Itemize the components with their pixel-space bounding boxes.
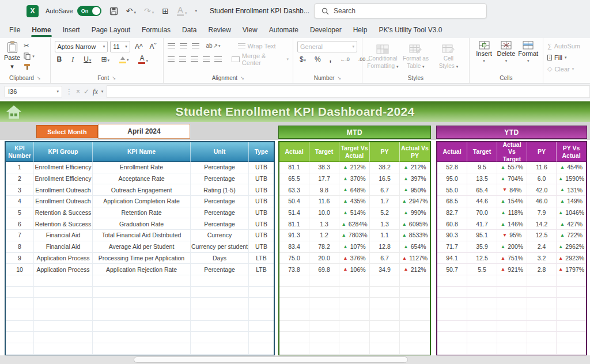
kpi-header-kpi-name[interactable]: KPI Name [93,142,191,162]
save-button[interactable] [109,7,118,16]
fill-color-button[interactable]: ▾ [117,56,131,63]
mtd-header-actual-vs-py[interactable]: Actual Vs PY [400,142,430,162]
ytd-cell-actual-vs-target[interactable]: ▲557% [497,162,527,173]
kpi-cell-kpi-name[interactable]: Graduation Rate [93,218,191,230]
mtd-cell-target-vs-actual[interactable]: ▲6284% [339,218,370,230]
increase-indent-button[interactable] [214,56,221,62]
ytd-cell-actual-vs-target[interactable]: ▲704% [497,173,527,185]
ytd-cell-actual-vs-target[interactable]: ▲146% [497,218,527,230]
kpi-cell-kpi-name[interactable]: Application Rejection Rate [93,264,191,275]
ytd-empty-cell[interactable] [437,275,467,287]
kpi-cell-kpi-name[interactable]: Total Financial Aid Distributed [93,230,191,241]
ytd-cell-actual[interactable]: 71.7 [437,241,467,253]
mtd-empty-cell[interactable] [370,287,400,298]
mtd-cell-target[interactable]: 20.0 [309,253,339,264]
align-right-button[interactable] [191,56,198,62]
mtd-header-actual[interactable]: Actual [279,142,309,162]
ytd-header-target[interactable]: Target [467,142,497,162]
kpi-empty-cell[interactable] [6,343,34,355]
kpi-cell-unit[interactable]: Currency [191,230,249,241]
kpi-cell-type[interactable]: UTB [249,184,274,196]
kpi-cell-kpi-number[interactable]: 10 [6,264,34,275]
mtd-cell-actual-vs-py[interactable]: ▲2947% [400,196,430,207]
mtd-cell-target-vs-actual[interactable]: ▲107% [339,241,370,253]
kpi-cell-kpi-name[interactable]: Outreach Engagement [93,184,191,196]
mtd-empty-cell[interactable] [339,275,370,287]
ytd-cell-actual[interactable]: 50.7 [437,264,467,275]
mtd-cell-target-vs-actual[interactable]: ▲370% [339,173,370,185]
mtd-header-target[interactable]: Target [309,142,339,162]
wrap-text-button[interactable]: Wrap Text [238,41,276,51]
mtd-empty-cell[interactable] [370,309,400,321]
mtd-cell-py[interactable]: 1.1 [370,230,400,241]
ytd-cell-py[interactable]: 42.0 [527,184,557,196]
ytd-cell-py-vs-actual[interactable]: ▲2962% [557,241,586,253]
redo-button[interactable]: ↷ ▾ [144,6,154,16]
align-left-button[interactable] [168,56,175,62]
ytd-empty-cell[interactable] [467,343,497,355]
kpi-cell-unit[interactable]: Percentage [191,173,249,185]
kpi-cell-kpi-name[interactable]: Enrollment Rate [93,162,191,173]
shrink-font-button[interactable]: Aˇ [148,43,159,51]
ytd-cell-actual[interactable]: 94.1 [437,253,467,264]
kpi-cell-kpi-group[interactable]: Enrollment Efficiency [34,162,93,173]
formula-input[interactable] [107,85,590,98]
mtd-header-target-vs-actual[interactable]: Target Vs Actual [339,142,370,162]
ytd-header-py-vs-actual[interactable]: PY Vs Actual [557,142,586,162]
ytd-empty-cell[interactable] [497,332,527,343]
mtd-cell-target[interactable]: 78.2 [309,241,339,253]
ytd-empty-cell[interactable] [437,287,467,298]
mtd-empty-cell[interactable] [370,332,400,343]
font-color-quick-button[interactable]: A ▾ [177,6,187,16]
mtd-cell-py[interactable]: 1.3 [370,218,400,230]
mtd-cell-actual-vs-py[interactable]: ▲6095% [400,218,430,230]
kpi-cell-type[interactable]: UTB [249,196,274,207]
search-input[interactable]: Search [314,3,487,18]
mtd-cell-actual[interactable]: 65.5 [279,173,309,185]
mtd-empty-cell[interactable] [309,343,339,355]
increase-decimal-button[interactable]: ←.0 [338,56,352,62]
ytd-cell-actual[interactable]: 52.8 [437,162,467,173]
kpi-cell-unit[interactable]: Percentage [191,207,249,219]
mtd-empty-cell[interactable] [400,343,430,355]
mtd-cell-target[interactable]: 11.6 [309,196,339,207]
mtd-cell-actual[interactable]: 83.4 [279,241,309,253]
kpi-cell-kpi-number[interactable]: 4 [6,196,34,207]
mtd-cell-py[interactable]: 34.9 [370,264,400,275]
kpi-empty-cell[interactable] [191,309,249,321]
ytd-cell-py[interactable]: 14.2 [527,218,557,230]
kpi-empty-cell[interactable] [249,298,274,309]
align-bottom-button[interactable] [192,43,199,48]
mtd-empty-cell[interactable] [370,321,400,332]
mtd-empty-cell[interactable] [400,275,430,287]
ytd-empty-cell[interactable] [557,275,586,287]
mtd-cell-actual-vs-py[interactable]: ▲654% [400,241,430,253]
ytd-cell-py[interactable]: 6.0 [527,173,557,185]
ytd-empty-cell[interactable] [497,287,527,298]
mtd-cell-actual[interactable]: 51.4 [279,207,309,219]
ytd-empty-cell[interactable] [437,298,467,309]
ytd-empty-cell[interactable] [497,321,527,332]
document-title[interactable]: Student Enrollment KPI Dashb... [210,7,309,15]
kpi-cell-kpi-name[interactable]: Application Completion Rate [93,196,191,207]
menu-tab-home[interactable]: Home [26,23,56,37]
kpi-empty-cell[interactable] [191,275,249,287]
align-middle-button[interactable] [180,43,187,48]
kpi-empty-cell[interactable] [6,309,34,321]
ytd-empty-cell[interactable] [527,309,557,321]
kpi-cell-unit[interactable]: Rating (1-5) [191,184,249,196]
mtd-empty-cell[interactable] [339,321,370,332]
mtd-cell-actual-vs-py[interactable]: ▲212% [400,162,430,173]
insert-cells-button[interactable]: Insert ▾ [474,41,494,73]
menu-tab-file[interactable]: File [3,23,26,37]
number-dialog-launcher[interactable]: ↘ [337,75,341,81]
kpi-cell-kpi-number[interactable]: 3 [6,184,34,196]
font-color-button[interactable]: A ▾ [136,55,150,64]
ytd-cell-py-vs-actual[interactable]: ▲131% [557,184,586,196]
accounting-format-button[interactable]: $▾ [297,55,308,63]
mtd-empty-cell[interactable] [309,275,339,287]
undo-button[interactable]: ↶ ▾ [126,6,136,16]
mtd-cell-actual[interactable]: 73.8 [279,264,309,275]
ytd-empty-cell[interactable] [467,321,497,332]
kpi-cell-type[interactable]: UTB [249,241,274,253]
